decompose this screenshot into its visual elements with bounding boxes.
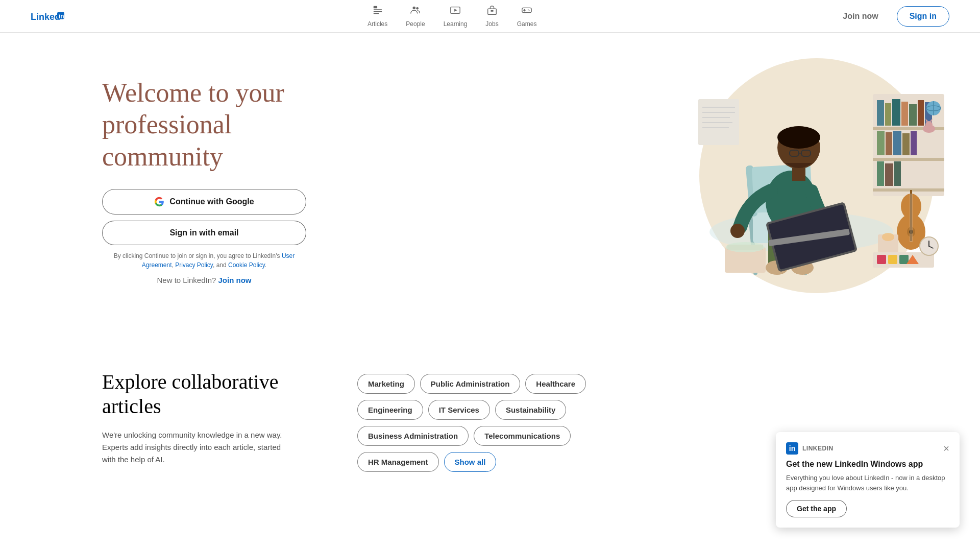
svg-rect-51 [885,103,891,126]
show-all-button[interactable]: Show all [444,452,497,472]
tag-hr-management[interactable]: HR Management [357,452,439,472]
svg-rect-13 [491,10,494,12]
svg-rect-67 [902,133,910,155]
toast-notification: in LINKEDIN × Get the new LinkedIn Windo… [776,432,960,503]
svg-rect-64 [877,131,885,155]
svg-rect-49 [873,188,944,192]
linkedin-brand-icon: in [786,442,798,455]
explore-left: Explore collaborative articles We're unl… [102,370,296,466]
toast-brand: in LINKEDIN [786,442,834,455]
nav-people[interactable]: People [398,1,433,32]
svg-rect-48 [873,158,944,161]
nav-games-label: Games [517,20,537,28]
tag-marketing[interactable]: Marketing [357,374,415,394]
svg-point-8 [412,7,415,10]
new-to-linkedin-text: New to LinkedIn? Join now [102,276,306,284]
tag-sustainability[interactable]: Sustainability [495,400,567,420]
svg-marker-11 [454,9,457,12]
nav-jobs[interactable]: Jobs [477,1,506,32]
jobs-icon [486,5,498,18]
get-app-button[interactable]: Get the app [786,500,847,503]
svg-point-92 [882,233,894,241]
svg-rect-54 [909,104,917,126]
agreement-text: By clicking Continue to join or sign in,… [102,251,306,270]
sign-in-button[interactable]: Sign in [897,6,949,27]
svg-point-61 [925,121,933,128]
tag-healthcare[interactable]: Healthcare [525,374,586,394]
email-signin-button[interactable]: Sign in with email [102,221,306,245]
svg-point-32 [777,126,820,149]
svg-rect-65 [886,132,892,155]
learning-icon [450,5,461,18]
toast-body: Everything you love about LinkedIn - now… [786,473,949,493]
svg-rect-52 [892,99,900,126]
tag-engineering[interactable]: Engineering [357,400,423,420]
games-icon [521,5,532,18]
tag-public-administration[interactable]: Public Administration [420,374,520,394]
nav-jobs-label: Jobs [485,20,498,28]
svg-rect-50 [877,100,884,126]
toast-title: Get the new LinkedIn Windows app [786,460,949,469]
cookie-policy-link[interactable]: Cookie Policy [228,261,265,269]
explore-title: Explore collaborative articles [102,370,296,419]
nav-articles[interactable]: Articles [359,1,396,32]
google-icon [154,197,164,207]
articles-icon [372,5,383,18]
hero-illustration [653,53,949,308]
privacy-policy-link[interactable]: Privacy Policy [175,261,213,269]
svg-rect-87 [877,255,886,264]
hero-title: Welcome to your professional community [102,77,347,173]
explore-description: We're unlocking community knowledge in a… [102,429,296,466]
nav-people-label: People [406,20,425,28]
svg-point-37 [730,224,745,238]
nav-learning-label: Learning [444,20,468,28]
svg-rect-66 [893,131,901,155]
svg-rect-4 [373,6,377,9]
tags-row-1: Marketing Public Administration Healthca… [357,374,949,394]
header-actions: Join now Sign in [830,6,949,27]
svg-text:Linked: Linked [31,11,60,21]
svg-rect-36 [792,168,805,181]
svg-rect-55 [918,100,924,126]
nav-articles-label: Articles [368,20,387,28]
tags-row-2: Engineering IT Services Sustainability [357,400,949,420]
join-now-link[interactable]: Join now [218,276,252,284]
hero-cta: Continue with Google Sign in with email … [102,189,306,284]
svg-rect-6 [373,11,382,12]
people-icon [410,5,421,18]
svg-rect-70 [885,163,893,186]
tag-it-services[interactable]: IT Services [428,400,490,420]
svg-rect-53 [901,102,908,126]
svg-point-9 [416,7,419,10]
google-button-label: Continue with Google [169,197,254,206]
svg-rect-69 [877,161,884,186]
svg-rect-71 [894,161,901,186]
svg-rect-7 [373,13,379,14]
main-nav: Articles People Learning Jobs Games [359,1,545,32]
svg-rect-5 [373,9,382,10]
toast-header: in LINKEDIN × [786,442,949,455]
google-signin-button[interactable]: Continue with Google [102,189,306,215]
tag-business-administration[interactable]: Business Administration [357,426,469,446]
svg-point-18 [529,10,530,11]
svg-rect-68 [911,131,917,155]
tag-telecommunications[interactable]: Telecommunications [474,426,571,446]
join-now-button[interactable]: Join now [830,7,890,26]
hero-section: Welcome to your professional community C… [0,33,980,339]
svg-point-29 [726,242,765,252]
svg-rect-88 [888,255,897,264]
hero-content: Welcome to your professional community C… [102,77,347,284]
logo[interactable]: Linked in [31,8,74,25]
svg-point-17 [528,9,529,10]
nav-learning[interactable]: Learning [435,1,476,32]
toast-close-button[interactable]: × [943,443,949,454]
toast-brand-name: LINKEDIN [802,445,834,452]
svg-text:in: in [59,12,64,19]
header: Linked in Articles People Learning [0,0,980,33]
email-button-label: Sign in with email [169,228,238,237]
svg-rect-89 [899,255,909,264]
nav-games[interactable]: Games [509,1,545,32]
svg-rect-80 [698,99,739,145]
hero-svg [653,53,949,308]
